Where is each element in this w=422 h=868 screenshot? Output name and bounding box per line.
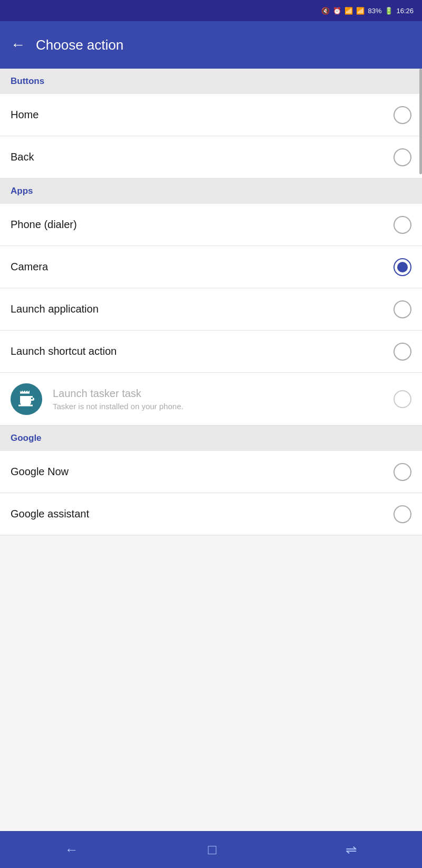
status-bar-icons: 🔇 ⏰ 📶 📶 83% 🔋 16:26: [321, 7, 414, 15]
app-bar: ← Choose action: [0, 21, 422, 69]
battery-percentage: 83%: [368, 7, 381, 15]
list-item-back[interactable]: Back: [0, 136, 422, 178]
list-item-phone-dialer-label: Phone (dialer): [11, 219, 77, 231]
list-item-tasker-text: Launch tasker task Tasker is not install…: [53, 388, 383, 411]
bottom-nav-back-button[interactable]: ←: [65, 842, 79, 858]
list-item-launch-application-label: Launch application: [11, 303, 99, 315]
list-item-launch-tasker-task: Launch tasker task Tasker is not install…: [0, 373, 422, 426]
list-item-phone-dialer[interactable]: Phone (dialer): [0, 204, 422, 246]
list-item-launch-shortcut-action-label: Launch shortcut action: [11, 345, 117, 357]
section-header-buttons: Buttons: [0, 69, 422, 94]
bottom-nav-menu-button[interactable]: ⇌: [346, 842, 357, 858]
radio-launch-application[interactable]: [394, 300, 411, 318]
mute-icon: 🔇: [321, 7, 330, 15]
list-item-google-now[interactable]: Google Now: [0, 451, 422, 493]
list-item-launch-application[interactable]: Launch application: [0, 288, 422, 331]
list-item-tasker-title: Launch tasker task: [53, 388, 383, 400]
list-item-google-now-label: Google Now: [11, 466, 69, 478]
bottom-nav: ← □ ⇌: [0, 831, 422, 868]
list-item-launch-shortcut-action[interactable]: Launch shortcut action: [0, 331, 422, 373]
list-item-home[interactable]: Home: [0, 94, 422, 136]
radio-back[interactable]: [394, 148, 411, 166]
radio-camera[interactable]: [394, 258, 411, 276]
list-item-camera-label: Camera: [11, 261, 48, 273]
bottom-nav-square-button[interactable]: □: [208, 842, 216, 858]
section-header-apps: Apps: [0, 178, 422, 204]
page-title: Choose action: [36, 37, 123, 53]
list-item-camera[interactable]: Camera: [0, 246, 422, 288]
list-item-google-assistant-label: Google assistant: [11, 508, 89, 520]
status-bar: 🔇 ⏰ 📶 📶 83% 🔋 16:26: [0, 0, 422, 21]
battery-icon: 🔋: [385, 7, 393, 15]
radio-google-now[interactable]: [394, 463, 411, 481]
list-item-home-label: Home: [11, 109, 39, 121]
radio-launch-tasker-task: [394, 390, 411, 408]
clock: 16:26: [396, 7, 414, 15]
wifi-icon: 📶: [344, 7, 353, 15]
section-header-google: Google: [0, 426, 422, 451]
tasker-icon: [11, 383, 42, 415]
radio-google-assistant[interactable]: [394, 505, 411, 523]
signal-icon: 📶: [356, 7, 365, 15]
coffee-icon: [17, 390, 36, 409]
radio-home[interactable]: [394, 106, 411, 124]
radio-phone-dialer[interactable]: [394, 216, 411, 234]
radio-launch-shortcut-action[interactable]: [394, 343, 411, 361]
scrollbar[interactable]: [419, 69, 422, 174]
back-button[interactable]: ←: [11, 36, 25, 53]
alarm-icon: ⏰: [333, 7, 341, 15]
list-item-google-assistant[interactable]: Google assistant: [0, 493, 422, 535]
list-item-back-label: Back: [11, 151, 34, 163]
list-item-tasker-subtitle: Tasker is not installed on your phone.: [53, 402, 383, 411]
